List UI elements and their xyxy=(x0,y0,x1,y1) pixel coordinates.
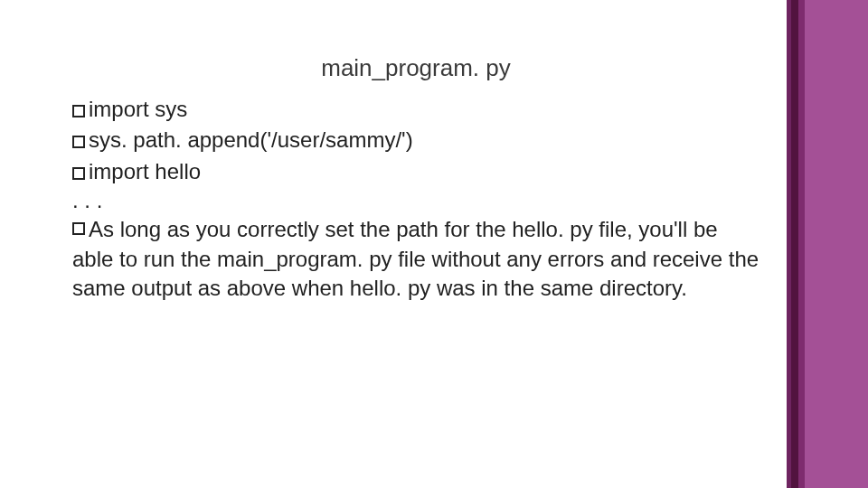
code-text: import hello xyxy=(89,159,201,183)
decorative-sidebar xyxy=(787,0,868,488)
bullet-box-icon xyxy=(72,167,85,180)
slide: main_program. py import sys sys. path. a… xyxy=(0,0,868,488)
para-lead: As xyxy=(89,217,114,241)
ellipsis-line: . . . xyxy=(72,188,760,213)
paragraph: As long as you correctly set the path fo… xyxy=(72,215,760,303)
slide-title: main_program. py xyxy=(72,54,760,82)
bullet-box-icon xyxy=(72,222,85,235)
slide-content: main_program. py import sys sys. path. a… xyxy=(72,54,760,303)
code-line-2: sys. path. append('/user/sammy/') xyxy=(72,126,760,155)
code-line-3: import hello xyxy=(72,157,760,186)
code-text: import sys xyxy=(89,97,187,121)
bullet-box-icon xyxy=(72,136,85,148)
code-text: sys. path. append('/user/sammy/') xyxy=(89,127,413,152)
code-line-1: import sys xyxy=(72,95,760,124)
para-rest: long as you correctly set the path for t… xyxy=(72,217,759,300)
bullet-box-icon xyxy=(72,105,85,117)
